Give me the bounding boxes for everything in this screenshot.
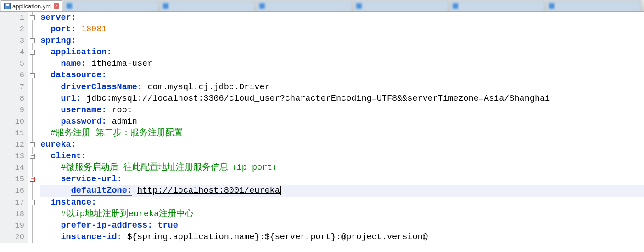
- tab-active[interactable]: application.yml ×: [1, 0, 62, 11]
- fold-toggle[interactable]: −: [30, 50, 35, 55]
- code-line[interactable]: server:: [40, 12, 644, 23]
- line-number: 18: [0, 208, 24, 220]
- line-number: 10: [0, 116, 24, 127]
- code-line[interactable]: password: admin: [40, 116, 644, 127]
- line-number: 13: [0, 150, 24, 162]
- fold-toggle[interactable]: −: [30, 177, 35, 182]
- fold-toggle[interactable]: −: [30, 73, 35, 78]
- code-line[interactable]: name: itheima-user: [40, 58, 644, 69]
- line-number: 3: [0, 35, 24, 46]
- editor: 1234567891011121314151617181920 −−−−−−−−…: [0, 12, 644, 243]
- line-number: 9: [0, 104, 24, 116]
- line-number: 5: [0, 58, 24, 69]
- line-gutter: 1234567891011121314151617181920: [0, 12, 28, 243]
- fold-toggle[interactable]: −: [30, 142, 35, 147]
- code-line[interactable]: datasource:: [40, 69, 644, 81]
- code-line[interactable]: prefer-ip-address: true: [40, 220, 644, 231]
- line-number: 14: [0, 162, 24, 173]
- tab-blurred[interactable]: [449, 0, 545, 11]
- line-number: 7: [0, 81, 24, 93]
- line-number: 8: [0, 93, 24, 104]
- code-line[interactable]: username: root: [40, 104, 644, 116]
- tab-blurred[interactable]: [546, 0, 641, 11]
- line-number: 6: [0, 69, 24, 81]
- tab-blurred[interactable]: [160, 0, 255, 11]
- line-number: 1: [0, 12, 24, 23]
- code-line[interactable]: driverClassName: com.mysql.cj.jdbc.Drive…: [40, 81, 644, 93]
- code-line[interactable]: eureka:: [40, 139, 644, 150]
- line-number: 16: [0, 185, 24, 196]
- line-number: 4: [0, 46, 24, 58]
- code-line[interactable]: spring:: [40, 35, 644, 46]
- fold-toggle[interactable]: −: [30, 38, 35, 43]
- save-icon: [4, 3, 11, 9]
- code-line[interactable]: defaultZone: http://localhost:8001/eurek…: [40, 185, 644, 196]
- close-icon[interactable]: ×: [54, 3, 59, 9]
- code-line[interactable]: #服务注册 第二步：服务注册配置: [40, 127, 644, 139]
- code-line[interactable]: instance-id: ${spring.application.name}:…: [40, 231, 644, 243]
- line-number: 11: [0, 127, 24, 139]
- code-line[interactable]: client:: [40, 150, 644, 162]
- line-number: 15: [0, 173, 24, 185]
- line-number: 2: [0, 23, 24, 35]
- code-line[interactable]: service-url:: [40, 173, 644, 185]
- tab-blurred[interactable]: [353, 0, 448, 11]
- tab-label: application.yml: [12, 3, 52, 10]
- code-line[interactable]: application:: [40, 46, 644, 58]
- code-line[interactable]: instance:: [40, 197, 644, 208]
- tab-blurred[interactable]: [256, 0, 352, 11]
- fold-toggle[interactable]: −: [30, 200, 35, 205]
- line-number: 20: [0, 231, 24, 243]
- fold-column: −−−−−−−−: [28, 12, 39, 243]
- code-line[interactable]: port: 18081: [40, 23, 644, 35]
- code-line[interactable]: url: jdbc:mysql://localhost:3306/cloud_u…: [40, 93, 644, 104]
- fold-toggle[interactable]: −: [30, 15, 35, 20]
- tab-blurred[interactable]: [63, 0, 159, 11]
- code-line[interactable]: #以ip地址注册到eureka注册中心: [40, 208, 644, 220]
- fold-toggle[interactable]: −: [30, 154, 35, 159]
- code-area[interactable]: server: port: 18081spring: application: …: [39, 12, 644, 243]
- tab-bar: application.yml ×: [0, 0, 644, 12]
- line-number: 12: [0, 139, 24, 150]
- line-number: 17: [0, 197, 24, 208]
- line-number: 19: [0, 220, 24, 231]
- code-line[interactable]: #微服务启动后 往此配置地址注册服务信息（ip port）: [40, 162, 644, 173]
